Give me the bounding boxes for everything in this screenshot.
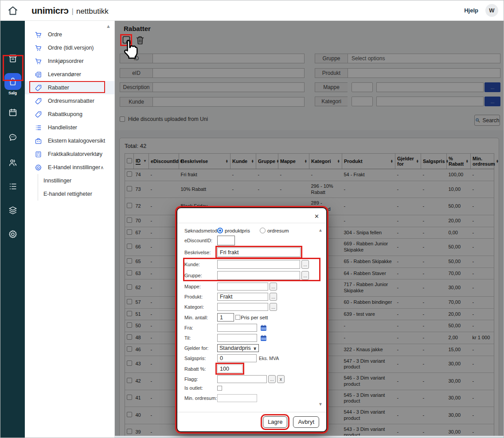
gjelder-for-select[interactable]: Standardpris ∨: [217, 344, 259, 352]
sidebar-item-label: Innkjøpsordrer: [48, 58, 84, 64]
til-calendar-icon[interactable]: [260, 334, 267, 342]
cart-icon: [35, 58, 42, 65]
sidebar-item-label: Rabattkupong: [48, 111, 82, 117]
sidebar-item[interactable]: E-handel rettigheter ∧: [25, 187, 114, 201]
sidebar-item-label: Ekstern katalogoversikt: [48, 138, 105, 144]
rail-item[interactable]: [0, 226, 25, 243]
method-row: Søknadsmetode: produktpris ordresum: [184, 228, 319, 233]
sidebar-item[interactable]: Innstillinger ∧: [25, 174, 114, 187]
brand-secondary: nettbutikk: [76, 7, 109, 16]
salgspris-input[interactable]: 0: [217, 354, 257, 362]
discount-edit-modal: ✕ ▲ ▼ Søknadsmetode: produktpris ordresu…: [176, 207, 327, 432]
brand-primary: unimicrɔ: [31, 5, 69, 16]
chevron-up-icon[interactable]: ∧: [100, 165, 104, 171]
produkt-input[interactable]: Frakt: [217, 293, 268, 301]
sidebar-item-label: Fraktkalkulatorverktøy: [48, 151, 102, 157]
gruppe-row: Gruppe: ...: [184, 271, 319, 280]
avatar[interactable]: W: [485, 4, 498, 17]
mappe-row: Mappe: ...: [184, 283, 319, 291]
flagg-input[interactable]: [217, 375, 267, 383]
min-antall-row: Min. antall: 1 Pris per sett: [184, 313, 319, 322]
brand-separator: |: [72, 7, 74, 16]
save-button[interactable]: Lagre: [263, 416, 287, 428]
modal-scroll-up-icon[interactable]: ▲: [318, 228, 323, 233]
is-outlet-checkbox[interactable]: [217, 386, 222, 391]
fra-input[interactable]: [217, 324, 257, 332]
ediscount-input[interactable]: [217, 236, 235, 245]
cancel-button[interactable]: Avbryt: [293, 416, 319, 428]
rail-item[interactable]: [0, 202, 25, 219]
sidebar-item-label: E-Handel innstillinger: [48, 164, 100, 171]
kunde-row: Kunde: ...: [184, 260, 319, 269]
gruppe-lookup-button[interactable]: ...: [301, 271, 309, 280]
rail-item[interactable]: [0, 154, 25, 171]
min-antall-input[interactable]: 1: [217, 313, 234, 322]
top-bar: unimicrɔ | nettbutikk Hjelp W: [0, 0, 504, 21]
kategori-input[interactable]: [217, 303, 268, 311]
sidebar-item-label: Leverandører: [48, 71, 81, 78]
kategori-row: Kategori: ...: [184, 303, 319, 311]
home-icon[interactable]: [8, 5, 18, 16]
sidebar-item[interactable]: Ordresumsrabatter ∧: [25, 94, 114, 108]
gruppe-input[interactable]: [217, 271, 300, 280]
close-icon[interactable]: ✕: [314, 213, 319, 219]
sidebar-item[interactable]: Handlelister ∧: [25, 121, 114, 134]
chevron-down-icon: ∨: [253, 346, 257, 351]
flagg-clear-button[interactable]: x: [277, 375, 285, 383]
rail-item[interactable]: [0, 50, 25, 67]
chat-icon: [4, 129, 21, 146]
rail-item[interactable]: Salg: [0, 73, 25, 95]
catalog-icon: [35, 137, 42, 145]
sidebar-item[interactable]: E-Handel innstillinger ∧: [25, 161, 114, 174]
sidebar-item-label: Ordresumsrabatter: [48, 98, 94, 104]
sidebar-item[interactable]: Fraktkalkulatorverktøy ∧: [25, 147, 114, 161]
layers-icon: [4, 202, 21, 219]
sidebar-item[interactable]: Ekstern katalogoversikt ∧: [25, 134, 114, 147]
fra-row: Fra:: [184, 324, 319, 332]
til-input[interactable]: [217, 334, 257, 342]
sidebar-item[interactable]: Innkjøpsordrer ∧: [25, 54, 114, 68]
tag-icon: [35, 84, 42, 92]
modal-header: ✕: [177, 208, 326, 223]
help-link[interactable]: Hjelp: [464, 7, 478, 14]
mappe-lookup-button[interactable]: ...: [270, 283, 277, 291]
rail-item[interactable]: [0, 129, 25, 146]
pris-per-sett-checkbox[interactable]: [235, 315, 240, 320]
checklist-icon: [35, 124, 42, 132]
sidebar-item[interactable]: Rabatter ∧: [25, 81, 114, 94]
sidebar-item[interactable]: Leverandører ∧: [25, 68, 114, 81]
rail-item[interactable]: [0, 104, 25, 121]
icon-rail: Salg: [0, 21, 25, 438]
fra-calendar-icon[interactable]: [260, 324, 267, 332]
app-logo: unimicrɔ | nettbutikk: [31, 5, 109, 16]
produkt-row: Produkt: Frakt ...: [184, 293, 319, 301]
beskrivelse-row: Beskrivelse: Fri frakt: [184, 248, 319, 257]
sidebar-item-label: Innstillinger: [43, 178, 71, 184]
horizontal-scrollbar[interactable]: [115, 436, 504, 438]
sidebar-item[interactable]: Rabattkupong ∧: [25, 108, 114, 121]
people-icon: [4, 154, 21, 171]
kunde-gruppe-annotation: Kunde: ... Gruppe: ...: [184, 259, 319, 280]
kunde-lookup-button[interactable]: ...: [301, 260, 309, 269]
kategori-lookup-button[interactable]: ...: [270, 303, 277, 311]
sidebar-item-label: Ordre (tidl.versjon): [48, 45, 94, 51]
flagg-lookup-button[interactable]: ...: [268, 375, 276, 383]
ordresum-radio[interactable]: [260, 228, 266, 233]
modal-scroll-down-icon[interactable]: ▼: [318, 402, 323, 407]
sidebar-menu: Ordre ∧ Ordre (tidl.versjon) ∧ Innkjøpso…: [25, 28, 114, 201]
orders-box-icon: [4, 50, 21, 67]
rabatt-input[interactable]: 100: [217, 364, 242, 373]
salgspris-row: Salgspris: 0 Eks. MVA: [184, 354, 319, 362]
flagg-row: Flagg: ... x: [184, 375, 319, 383]
produkt-lookup-button[interactable]: ...: [270, 293, 277, 301]
til-row: Til:: [184, 334, 319, 342]
produktpris-radio[interactable]: [217, 228, 223, 233]
mappe-input[interactable]: [217, 283, 268, 291]
beskrivelse-input[interactable]: Fri frakt: [217, 248, 301, 257]
min-ordresum-input[interactable]: [217, 394, 257, 402]
is-outlet-row: Is outlet:: [184, 385, 319, 391]
kunde-input[interactable]: [217, 260, 300, 269]
sidebar-item[interactable]: Ordre ∧: [25, 28, 114, 41]
rail-item[interactable]: [0, 178, 25, 195]
sidebar-item[interactable]: Ordre (tidl.versjon) ∧: [25, 41, 114, 54]
